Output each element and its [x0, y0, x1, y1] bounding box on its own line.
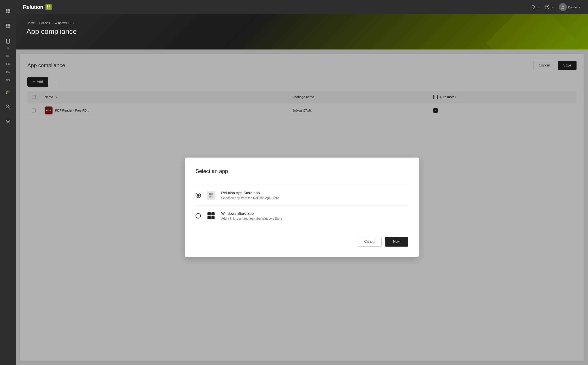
windows-q3: [208, 216, 211, 219]
avatar: [559, 3, 567, 11]
svg-rect-6: [6, 27, 7, 28]
svg-rect-15: [47, 7, 48, 9]
relution-app-icon: [206, 190, 216, 200]
breadcrumb-policies[interactable]: Policies: [39, 21, 50, 25]
svg-rect-2: [6, 12, 7, 13]
select-app-dialog: Select an app: [185, 158, 419, 257]
svg-rect-5: [8, 24, 10, 26]
brand-name: Relution: [23, 4, 43, 10]
sidebar-item-dashboard[interactable]: [0, 4, 16, 18]
svg-point-19: [562, 6, 564, 7]
svg-rect-1: [8, 9, 10, 11]
navbar-right: Demo: [531, 3, 581, 11]
radio-relution-inner: [197, 194, 200, 197]
sidebar-item-en[interactable]: En: [0, 61, 16, 67]
svg-point-18: [547, 8, 547, 8]
svg-rect-7: [8, 27, 10, 28]
sidebar-item-devices[interactable]: In: [0, 35, 16, 51]
breadcrumb-sep-3: ›: [73, 21, 74, 25]
svg-rect-3: [8, 12, 10, 13]
users-icon: [3, 101, 13, 112]
breadcrumb-windows10[interactable]: Windows 10: [54, 21, 71, 25]
sidebar-item-label-en: En: [6, 62, 10, 66]
option-windows-text: Windows Store app Add a link to an app f…: [221, 211, 282, 220]
svg-rect-0: [6, 9, 7, 11]
page-header: Home › Policies › Windows 10 › App compl…: [16, 14, 588, 49]
sidebar-item-settings[interactable]: [0, 115, 16, 128]
breadcrumb-home[interactable]: Home: [27, 21, 35, 25]
help-button[interactable]: [545, 5, 554, 9]
windows-q4: [211, 216, 215, 219]
svg-point-12: [7, 121, 9, 122]
radio-windows[interactable]: [196, 213, 201, 218]
device-icon: [3, 36, 13, 46]
dialog-next-button[interactable]: Next: [385, 237, 408, 246]
education-icon: 🎓: [3, 86, 13, 97]
sidebar-item-education[interactable]: 🎓: [0, 85, 16, 98]
brand-logo: [46, 4, 52, 10]
user-menu-button[interactable]: Demo: [559, 3, 581, 11]
svg-rect-25: [211, 196, 213, 197]
sidebar: In AE En Po RS 🎓: [0, 0, 16, 365]
windows-q2: [211, 212, 215, 216]
svg-rect-21: [208, 192, 214, 199]
sidebar-item-po[interactable]: Po: [0, 69, 16, 75]
dashboard-icon: [3, 6, 13, 16]
option-relution-desc: Select an app from the Relution App Stor…: [221, 196, 279, 200]
option-relution-title: Relution App Store app: [221, 191, 279, 195]
dialog-footer: Cancel Next: [196, 237, 408, 246]
svg-rect-4: [6, 24, 7, 26]
option-relution[interactable]: Relution App Store app Select an app fro…: [196, 185, 408, 206]
svg-rect-22: [209, 193, 211, 195]
user-name: Demo: [568, 5, 577, 9]
sidebar-item-apps[interactable]: [0, 20, 16, 33]
breadcrumb-sep-2: ›: [52, 21, 53, 25]
svg-rect-24: [209, 196, 211, 197]
svg-rect-13: [47, 5, 48, 7]
option-relution-text: Relution App Store app Select an app fro…: [221, 191, 279, 200]
dialog-title: Select an app: [196, 168, 408, 174]
apps-icon: [3, 21, 13, 31]
main-content: Relution: [16, 0, 588, 365]
option-windows-title: Windows Store app: [221, 211, 282, 216]
svg-point-20: [561, 8, 564, 9]
svg-point-10: [7, 105, 8, 107]
sidebar-item-label-ae: AE: [6, 54, 10, 57]
svg-rect-16: [49, 7, 50, 9]
navbar: Relution: [16, 0, 588, 14]
sidebar-item-label-po: Po: [6, 70, 10, 74]
notification-button[interactable]: [531, 5, 540, 9]
dialog-cancel-button[interactable]: Cancel: [358, 237, 382, 246]
option-windows-desc: Add a link to an app from the Windows St…: [221, 217, 282, 220]
svg-rect-23: [211, 193, 213, 195]
modal-overlay[interactable]: Select an app: [16, 49, 588, 365]
svg-rect-14: [49, 5, 50, 7]
sidebar-item-ae[interactable]: AE: [0, 52, 16, 59]
windows-app-icon: [206, 211, 216, 221]
breadcrumb-sep-1: ›: [36, 21, 38, 25]
sidebar-item-users[interactable]: [0, 100, 16, 113]
windows-q1: [208, 212, 211, 216]
settings-icon: [3, 116, 13, 127]
sidebar-item-rs[interactable]: RS: [0, 77, 16, 83]
option-windows[interactable]: Windows Store app Add a link to an app f…: [196, 206, 408, 226]
radio-relution[interactable]: [196, 193, 201, 198]
breadcrumb: Home › Policies › Windows 10 ›: [27, 21, 577, 25]
sidebar-item-label-rs: RS: [6, 79, 10, 82]
svg-point-11: [9, 105, 10, 106]
svg-point-9: [8, 42, 8, 43]
content-area: App compliance Cancel Save + Add ⋮: [16, 49, 588, 365]
sidebar-item-label-in: In: [7, 47, 9, 49]
brand: Relution: [23, 4, 52, 10]
page-title: App compliance: [27, 27, 577, 35]
